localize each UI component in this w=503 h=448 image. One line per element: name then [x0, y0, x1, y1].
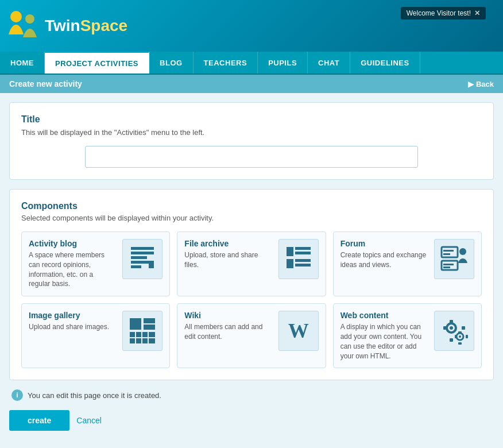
nav-pupils[interactable]: PUPILS	[258, 52, 308, 74]
component-web-content[interactable]: Web content A display in which you can a…	[333, 303, 482, 368]
nav-teachers[interactable]: TEACHERS	[194, 52, 258, 74]
component-image-gallery[interactable]: Image gallery Upload and share images.	[21, 303, 170, 368]
forum-icon	[434, 239, 474, 279]
web-content-desc: A display in which you can add your own …	[341, 322, 427, 361]
svg-rect-34	[450, 320, 453, 323]
web-content-name: Web content	[341, 311, 427, 320]
logo-area: TwinSpace	[6, 9, 127, 43]
header: TwinSpace Welcome Visitor test! ✕	[0, 0, 503, 52]
svg-point-33	[450, 326, 453, 330]
svg-rect-12	[295, 259, 311, 262]
svg-rect-19	[443, 264, 454, 265]
components-grid: Activity blog A space where members can …	[21, 231, 482, 368]
main-content: Title This will be displayed in the "Act…	[0, 93, 503, 440]
forum-desc: Create topics and exchange ideas and vie…	[341, 250, 427, 270]
cancel-button[interactable]: Cancel	[76, 416, 102, 425]
svg-rect-2	[131, 247, 154, 250]
svg-rect-26	[142, 332, 148, 337]
nav-home[interactable]: HOME	[0, 52, 45, 74]
svg-rect-10	[295, 252, 311, 254]
activity-blog-name: Activity blog	[29, 239, 115, 248]
forum-name: Forum	[341, 239, 427, 248]
svg-rect-37	[462, 326, 465, 330]
svg-rect-15	[443, 250, 454, 252]
close-icon[interactable]: ✕	[474, 9, 480, 17]
title-card: Title This will be displayed in the "Act…	[9, 102, 494, 180]
wiki-desc: All members can add and edit content.	[184, 322, 271, 342]
info-line: i You can edit this page once it is crea…	[9, 389, 494, 401]
components-card: Components Selected components will be d…	[9, 189, 494, 380]
svg-rect-30	[142, 338, 148, 343]
nav-guidelines[interactable]: GUIDELINES	[350, 52, 420, 74]
svg-rect-28	[130, 338, 135, 343]
svg-rect-21	[130, 318, 141, 330]
svg-point-1	[25, 14, 34, 24]
component-file-archive[interactable]: File archive Upload, store and share fil…	[177, 231, 326, 296]
image-gallery-desc: Upload and share images.	[29, 322, 115, 332]
svg-rect-20	[443, 267, 450, 268]
info-text: You can edit this page once it is create…	[28, 391, 161, 400]
svg-rect-11	[287, 259, 293, 268]
file-archive-icon	[278, 239, 319, 279]
svg-rect-16	[443, 253, 450, 255]
svg-rect-27	[149, 332, 155, 337]
svg-rect-3	[131, 252, 154, 254]
svg-rect-9	[295, 247, 311, 250]
svg-rect-42	[455, 335, 457, 338]
nav-blog[interactable]: BLOG	[149, 52, 194, 74]
logo-icon	[6, 9, 40, 43]
components-description: Selected components will be displayed wi…	[21, 214, 482, 222]
svg-rect-24	[130, 332, 135, 337]
welcome-text: Welcome Visitor test!	[407, 9, 471, 17]
title-heading: Title	[21, 114, 482, 125]
svg-rect-35	[450, 338, 453, 342]
svg-point-17	[459, 248, 466, 255]
component-activity-blog[interactable]: Activity blog A space where members can …	[21, 231, 170, 296]
svg-rect-8	[287, 247, 293, 256]
info-icon: i	[11, 389, 23, 401]
main-nav: HOME PROJECT ACTIVITIES BLOG TEACHERS PU…	[0, 52, 503, 75]
svg-rect-25	[136, 332, 141, 337]
file-archive-name: File archive	[184, 239, 271, 248]
components-heading: Components	[21, 201, 482, 211]
activity-blog-desc: A space where members can record opinion…	[29, 250, 115, 289]
svg-rect-43	[466, 335, 468, 338]
svg-rect-6	[131, 265, 141, 268]
svg-rect-29	[136, 338, 141, 343]
svg-rect-40	[458, 331, 462, 334]
file-archive-desc: Upload, store and share files.	[184, 250, 271, 270]
back-link[interactable]: ▶ Back	[468, 80, 494, 88]
welcome-badge: Welcome Visitor test! ✕	[401, 7, 486, 20]
page-title: Create new activity	[9, 79, 82, 88]
svg-rect-31	[149, 338, 155, 343]
wiki-name: Wiki	[184, 311, 271, 320]
activity-blog-icon	[122, 239, 162, 279]
actions-row: create Cancel	[9, 410, 494, 431]
svg-rect-4	[131, 256, 147, 259]
svg-rect-41	[458, 342, 462, 345]
component-forum[interactable]: Forum Create topics and exchange ideas a…	[333, 231, 482, 296]
web-content-icon	[434, 311, 474, 351]
wiki-icon: W	[278, 311, 319, 351]
svg-rect-23	[144, 325, 155, 330]
image-gallery-icon	[122, 311, 162, 351]
svg-rect-13	[295, 264, 311, 267]
svg-rect-14	[442, 247, 458, 257]
svg-rect-7	[149, 261, 154, 268]
svg-point-0	[10, 11, 22, 22]
page-header-bar: Create new activity ▶ Back	[0, 75, 503, 93]
nav-project-activities[interactable]: PROJECT ACTIVITIES	[45, 52, 149, 74]
image-gallery-name: Image gallery	[29, 311, 115, 320]
nav-chat[interactable]: CHAT	[308, 52, 350, 74]
svg-point-39	[459, 335, 461, 338]
title-description: This will be displayed in the "Activitie…	[21, 128, 482, 137]
svg-rect-36	[443, 326, 447, 330]
svg-rect-22	[144, 318, 155, 323]
component-wiki[interactable]: Wiki All members can add and edit conten…	[177, 303, 326, 368]
back-arrow-icon: ▶	[468, 80, 474, 88]
create-button[interactable]: create	[9, 410, 69, 431]
title-input[interactable]	[85, 146, 418, 168]
logo-text: TwinSpace	[45, 17, 127, 35]
